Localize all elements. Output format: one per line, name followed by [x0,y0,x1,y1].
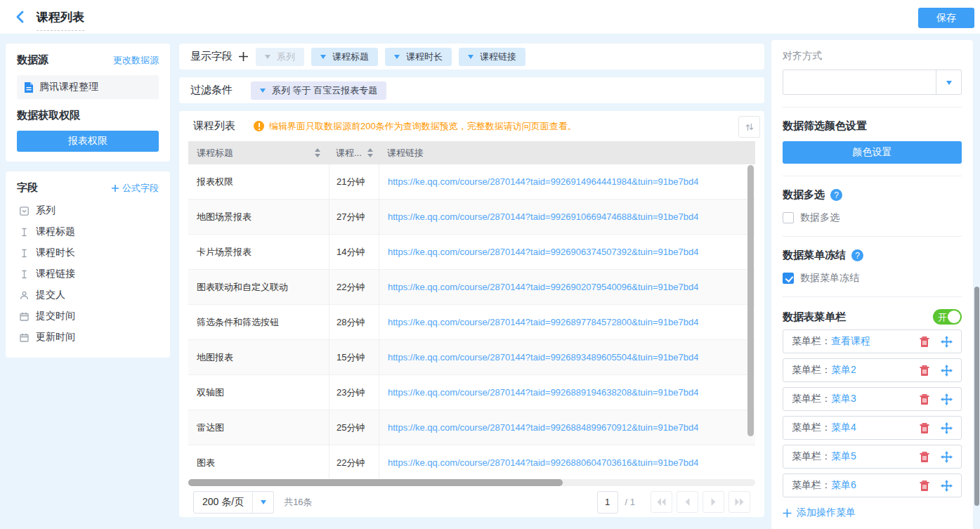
column-header-title[interactable]: 课程标题 [188,141,329,164]
help-icon[interactable] [830,189,842,201]
change-datasource-link[interactable]: 更改数据源 [113,54,159,67]
column-header-duration[interactable]: 课程... [329,141,379,164]
course-link[interactable]: https://ke.qq.com/course/2870144?taid=99… [388,317,698,327]
column-header-link[interactable]: 课程链接 [379,141,755,164]
help-icon[interactable] [851,249,863,261]
menubar-toggle[interactable]: 开 [933,309,962,325]
page-total: / 1 [625,497,635,507]
menu-item[interactable]: 菜单栏： 菜单6 [783,474,962,497]
menu-name-link[interactable]: 菜单2 [831,364,856,377]
menu-name-link[interactable]: 菜单3 [831,393,856,405]
menu-name-link[interactable]: 菜单6 [831,479,856,492]
field-tag-series[interactable]: 系列 [256,48,304,66]
sort-updown-icon [745,122,754,132]
align-select[interactable] [783,70,962,95]
trash-icon[interactable] [919,336,930,348]
filter-condition-tag[interactable]: 系列 等于 百宝云报表专题 [251,81,386,100]
trash-icon[interactable] [919,365,930,377]
chevron-down-icon[interactable] [265,55,270,62]
chevron-down-icon[interactable] [320,55,326,62]
course-link[interactable]: https://ke.qq.com/course/2870144?taid=99… [388,352,698,363]
datasource-name: 腾讯课程整理 [39,81,98,93]
trash-icon[interactable] [919,451,930,463]
menu-item[interactable]: 菜单栏： 菜单2 [783,358,962,382]
pagination-bar: 200 条/页 共16条 / 1 [188,486,755,517]
page-size-select[interactable]: 200 条/页 [193,491,274,514]
cell-course-title: 报表权限 [188,164,329,199]
course-link[interactable]: https://ke.qq.com/course/2870144?taid=99… [388,387,698,398]
add-field-icon[interactable] [238,51,249,62]
field-tag-course-duration[interactable]: 课程时长 [385,48,452,66]
last-page-button[interactable] [729,491,750,513]
color-settings-button[interactable]: 颜色设置 [783,141,962,164]
display-field-tags: 系列 课程标题 课程时长 课程链接 [256,48,525,66]
field-item-submitter[interactable]: 提交人 [17,285,159,306]
course-link[interactable]: https://ke.qq.com/course/2870144?taid=99… [388,176,698,187]
field-item-course-title[interactable]: 课程标题 [17,221,159,242]
move-icon[interactable] [941,365,953,377]
menu-item[interactable]: 菜单栏： 菜单5 [783,445,962,469]
page-number-input[interactable] [597,491,618,514]
double-right-arrow-icon [735,498,744,506]
menu-name-link[interactable]: 查看课程 [831,335,870,348]
menu-name-link[interactable]: 菜单5 [831,450,856,463]
course-link[interactable]: https://ke.qq.com/course/2870144?taid=99… [388,211,698,222]
page-vertical-scrollbar[interactable] [974,287,979,506]
trash-icon[interactable] [919,422,930,434]
table-horizontal-scrollbar[interactable] [188,479,563,486]
move-icon[interactable] [941,336,953,348]
field-tag-course-link[interactable]: 课程链接 [459,48,525,66]
double-left-arrow-icon [657,498,666,506]
table-vertical-scrollbar[interactable] [747,165,754,436]
course-link[interactable]: https://ke.qq.com/course/2870144?taid=99… [388,422,698,433]
multiselect-checkbox[interactable] [783,212,794,223]
menu-item[interactable]: 菜单栏： 查看课程 [783,329,962,353]
display-fields-label: 显示字段 [190,50,233,63]
field-item-course-link[interactable]: 课程链接 [17,263,159,285]
preview-notice: 编辑界面只取数据源前200条作为查询数据预览，完整数据请访问页面查看。 [254,120,577,133]
datasource-item[interactable]: 腾讯课程整理 [17,75,159,99]
course-link[interactable]: https://ke.qq.com/course/2870144?taid=99… [388,282,698,292]
move-icon[interactable] [941,393,953,405]
menu-item[interactable]: 菜单栏： 菜单3 [783,387,962,411]
freeze-checkbox[interactable] [783,273,794,284]
text-field-icon [20,228,29,237]
trash-icon[interactable] [919,480,930,492]
field-item-submit-time[interactable]: 提交时间 [17,306,159,327]
next-page-button[interactable] [703,491,724,513]
cell-duration: 22分钟 [329,270,379,304]
row-order-button[interactable] [738,116,760,138]
chevron-down-icon[interactable] [260,89,266,96]
trash-icon[interactable] [919,393,930,405]
sort-arrows-icon[interactable] [367,145,373,160]
table-row: 地图场景报表 27分钟 https://ke.qq.com/course/287… [188,200,755,235]
freeze-option: 数据菜单冻结 [783,272,962,285]
field-item-series[interactable]: 系列 [17,200,159,221]
back-icon[interactable] [13,9,28,25]
cell-duration: 14分钟 [329,235,379,269]
field-tag-course-title[interactable]: 课程标题 [311,48,378,66]
align-select-value [783,70,936,94]
formula-field-link[interactable]: 公式字段 [111,182,159,195]
chevron-down-icon[interactable] [468,55,473,62]
chevron-down-icon[interactable] [936,70,961,94]
settings-sidebar: 对齐方式 数据筛选颜色设置 颜色设置 数据多选 数据多选 数据菜单冻结 数据菜单… [771,40,973,529]
chevron-down-icon[interactable] [394,55,400,62]
cell-duration: 15分钟 [329,340,379,374]
save-button[interactable]: 保存 [918,8,974,28]
move-icon[interactable] [941,451,953,463]
menu-name-link[interactable]: 菜单4 [831,422,856,434]
move-icon[interactable] [941,422,953,434]
move-icon[interactable] [941,480,953,492]
first-page-button[interactable] [651,491,672,513]
sort-arrows-icon[interactable] [315,145,320,160]
menu-item[interactable]: 菜单栏： 菜单4 [783,416,962,440]
course-link[interactable]: https://ke.qq.com/course/2870144?taid=99… [388,247,698,257]
add-menu-link[interactable]: 添加操作菜单 [783,507,962,519]
previous-page-button[interactable] [677,491,698,513]
field-item-course-duration[interactable]: 课程时长 [17,242,159,263]
field-item-update-time[interactable]: 更新时间 [17,327,159,348]
chevron-down-icon[interactable] [252,492,273,513]
course-link[interactable]: https://ke.qq.com/course/2870144?taid=99… [388,457,698,468]
report-permission-button[interactable]: 报表权限 [17,131,159,152]
